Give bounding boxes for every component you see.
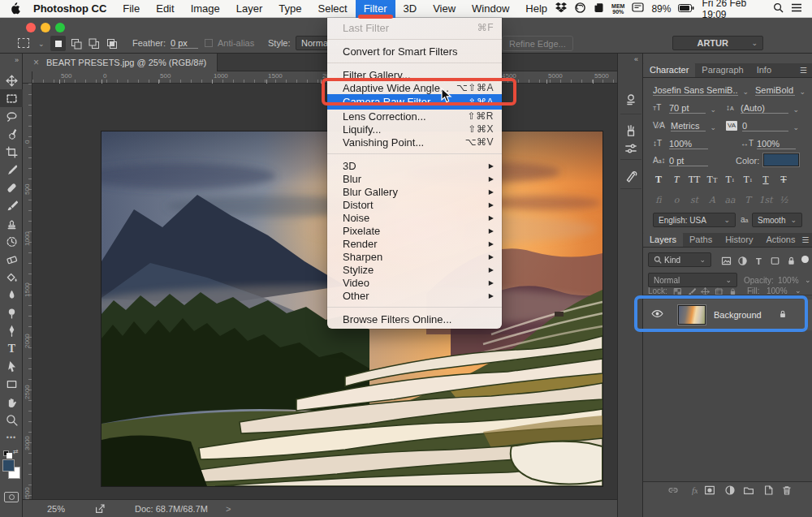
blur-tool[interactable] — [0, 286, 23, 304]
panel-icon-brush-presets[interactable] — [621, 122, 641, 140]
opentype-aa-button[interactable]: aa — [721, 194, 739, 207]
status-chevron-icon[interactable]: > — [226, 504, 231, 514]
menubar-item-3d[interactable]: 3D — [395, 0, 425, 18]
quick-mask-button[interactable] — [4, 492, 19, 502]
strikethrough-button[interactable]: T — [775, 173, 793, 187]
history-brush-tool[interactable] — [0, 232, 23, 250]
canvas-area[interactable] — [32, 84, 617, 499]
kerning-select[interactable]: Metrics⌄ — [671, 119, 716, 131]
tab-paths[interactable]: Paths — [683, 232, 719, 247]
font-size-select[interactable]: 70 pt⌄ — [669, 101, 716, 114]
mask-icon[interactable] — [704, 485, 715, 499]
menubar-item-select[interactable]: Select — [309, 0, 355, 18]
pen-tool[interactable] — [0, 321, 23, 339]
tab-layers[interactable]: Layers — [643, 232, 683, 247]
rectangle-tool[interactable] — [0, 375, 23, 393]
menu-item-sharpen[interactable]: Sharpen▶ — [327, 250, 502, 263]
zoom-level[interactable]: 25% — [47, 504, 65, 514]
faux-bold-button[interactable]: T — [650, 173, 667, 187]
window-close-button[interactable] — [26, 23, 36, 32]
menubar-item-edit[interactable]: Edit — [148, 0, 182, 18]
antialias-checkbox[interactable] — [205, 39, 213, 47]
menu-item-distort[interactable]: Distort▶ — [327, 198, 502, 211]
menubar-item-layer[interactable]: Layer — [228, 0, 271, 18]
language-select[interactable]: English: USA⌄ — [653, 213, 736, 227]
tab-info[interactable]: Info — [750, 62, 778, 77]
opacity-value[interactable]: 100% — [778, 276, 799, 285]
menu-item-convert-for-smart-filters[interactable]: Convert for Smart Filters — [327, 45, 502, 58]
menu-item-pixelate[interactable]: Pixelate▶ — [327, 224, 502, 237]
opacity-chevron-icon[interactable]: ⌄ — [805, 276, 811, 284]
group-icon[interactable] — [743, 485, 754, 499]
opentype--button[interactable]: ½ — [775, 194, 793, 207]
rectangular-marquee-tool[interactable] — [0, 89, 23, 107]
leading-select[interactable]: (Auto)⌄ — [741, 101, 799, 114]
dropbox-icon[interactable] — [555, 2, 567, 15]
text-color-swatch[interactable] — [763, 153, 799, 166]
faux-italic-button[interactable]: T — [667, 173, 685, 187]
more-tools-icon[interactable]: ••• — [0, 433, 23, 442]
hand-tool[interactable] — [0, 393, 23, 411]
toolbar-expand-icon[interactable]: » — [15, 56, 19, 64]
path-selection-tool[interactable] — [0, 357, 23, 375]
menu-item-blur[interactable]: Blur▶ — [327, 172, 502, 185]
panel-icon-tool-presets[interactable] — [621, 140, 641, 157]
vertical-scale-input[interactable]: 100% — [669, 137, 708, 149]
calendar-icon[interactable] — [632, 2, 644, 15]
spotlight-icon[interactable] — [773, 2, 784, 15]
tab-actions[interactable]: Actions — [759, 232, 801, 247]
vertical-ruler[interactable]: 0500100015002000250030003500 — [23, 84, 32, 517]
panel-icon-clone-source[interactable] — [621, 167, 641, 185]
link-icon[interactable] — [667, 485, 679, 499]
type-tool[interactable]: T — [0, 339, 23, 357]
menubar-item-image[interactable]: Image — [183, 0, 228, 18]
menubar-item-photoshop-cc[interactable]: Photoshop CC — [25, 0, 114, 18]
clone-stamp-tool[interactable] — [0, 214, 23, 232]
tab-paragraph[interactable]: Paragraph — [695, 62, 749, 77]
menu-item-render[interactable]: Render▶ — [327, 237, 502, 250]
dock-collapse-icon[interactable]: « — [634, 55, 638, 63]
battery-percent[interactable]: 89% — [651, 3, 671, 15]
move-tool[interactable] — [0, 71, 23, 89]
new-layer-icon[interactable] — [762, 485, 774, 499]
menu-item-liquify[interactable]: Liquify...⇧⌘X — [327, 123, 502, 136]
filter-adjustment-icon[interactable] — [734, 256, 750, 266]
tracking-select[interactable]: 0⌄ — [742, 119, 799, 131]
subtract-selection-button[interactable] — [86, 36, 102, 51]
menubar-item-file[interactable]: File — [114, 0, 148, 18]
superscript-button[interactable]: T1 — [721, 173, 739, 187]
tab-character[interactable]: Character — [643, 62, 695, 77]
zoom-tool[interactable] — [0, 411, 23, 429]
menu-item-3d[interactable]: 3D▶ — [327, 159, 502, 172]
antialias-select[interactable]: Smooth⌄ — [752, 213, 802, 227]
tab-history[interactable]: History — [719, 232, 759, 247]
window-minimize-button[interactable] — [41, 23, 50, 32]
opentype-1st-button[interactable]: 1st — [757, 194, 775, 207]
memory-indicator[interactable]: MEM90% — [611, 3, 624, 15]
opentype-t-button[interactable]: T — [739, 194, 757, 207]
intersect-selection-button[interactable] — [104, 36, 119, 51]
menubar-clock[interactable]: Fri 26 Feb 19:09 — [702, 0, 766, 20]
notification-center-icon[interactable] — [791, 3, 802, 15]
menubar-item-view[interactable]: View — [425, 0, 464, 18]
eraser-tool[interactable] — [0, 250, 23, 268]
evernote-icon[interactable] — [594, 2, 604, 15]
dodge-tool[interactable] — [0, 304, 23, 321]
opentype-st-button[interactable]: st — [685, 194, 703, 207]
apple-icon[interactable] — [10, 2, 20, 15]
subscript-button[interactable]: T1 — [739, 173, 757, 187]
filter-lock-icon[interactable] — [783, 256, 799, 266]
eyedropper-tool[interactable] — [0, 161, 23, 179]
opentype-a-button[interactable]: A — [703, 194, 721, 207]
small-caps-button[interactable]: TT — [703, 173, 721, 187]
fill-chevron-icon[interactable]: ⌄ — [795, 287, 801, 295]
menu-item-browse-filters-online[interactable]: Browse Filters Online... — [327, 312, 502, 325]
opentype-fi-button[interactable]: fi — [650, 194, 667, 207]
menu-item-lens-correction[interactable]: Lens Correction...⇧⌘R — [327, 110, 502, 123]
add-selection-button[interactable] — [68, 36, 84, 51]
font-family-select[interactable]: Josefin Sans SemiB...⌄ — [653, 84, 749, 96]
document-tab[interactable]: × BEART PRESETS.jpg @ 25% (RGB/8#) — [23, 54, 218, 71]
menubar-item-window[interactable]: Window — [464, 0, 517, 18]
menubar-item-help[interactable]: Help — [517, 0, 555, 18]
panel-icon-adjustments[interactable] — [621, 91, 641, 109]
